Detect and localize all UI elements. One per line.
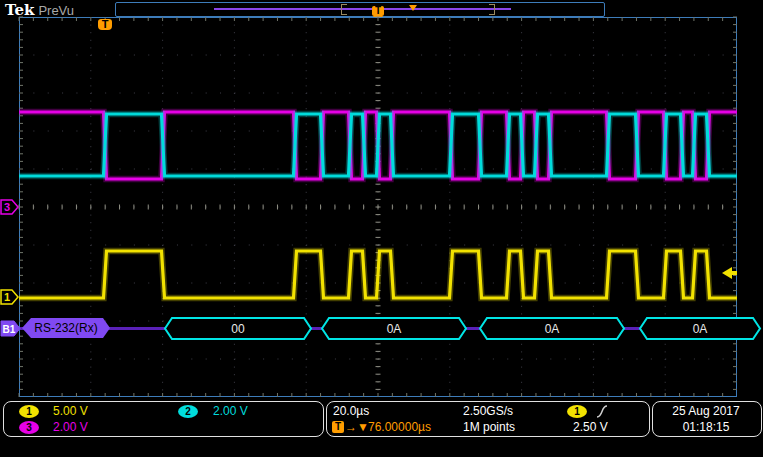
rising-edge-slope-icon: [595, 404, 609, 419]
bus-value: 00: [165, 321, 311, 337]
trigger-delay-readout: 76.00000µs: [368, 420, 431, 434]
trigger-arrows: →▼: [345, 420, 369, 434]
bus-value: 0A: [480, 321, 624, 337]
trigger-t-badge: T: [332, 421, 344, 433]
ch2-badge[interactable]: 2: [178, 405, 198, 418]
bus-value: 0A: [322, 321, 466, 337]
svg-text:3: 3: [4, 201, 10, 213]
channel3-marker[interactable]: 3: [0, 199, 20, 215]
record-length-readout: 1M points: [463, 420, 515, 434]
sample-rate-readout: 2.50GS/s: [463, 404, 513, 418]
waveform-ch2: [19, 114, 737, 176]
trigger-position-flag[interactable]: T: [98, 19, 112, 30]
waveform-layer: [0, 0, 763, 457]
trigger-level-arrow-icon[interactable]: [722, 267, 737, 279]
bus-b1-marker[interactable]: B1: [0, 320, 22, 337]
bus-name-badge[interactable]: RS-232(Rx): [22, 318, 110, 338]
horizontal-trigger-readout-box[interactable]: 20.0µs 2.50GS/s 1 T →▼ 76.00000µs 1M poi…: [326, 401, 650, 437]
channel1-marker[interactable]: 1: [0, 289, 20, 305]
svg-text:B1: B1: [3, 324, 16, 335]
trigger-source-badge[interactable]: 1: [567, 405, 587, 418]
bus-value: 0A: [640, 321, 760, 337]
vertical-readout-box[interactable]: 1 5.00 V 2 2.00 V 3 2.00 V: [3, 401, 324, 437]
time-readout: 01:18:15: [653, 420, 759, 434]
ch1-scale: 5.00 V: [53, 404, 88, 418]
ch3-badge[interactable]: 3: [19, 421, 39, 434]
date-readout: 25 Aug 2017: [653, 404, 759, 418]
ch1-badge[interactable]: 1: [19, 405, 39, 418]
trigger-level-readout: 2.50 V: [573, 420, 608, 434]
ch2-scale: 2.00 V: [213, 404, 248, 418]
oscilloscope-screen: TekPreVu T T 3 1 B1 RS-232(Rx) 00 0A 0A …: [0, 0, 763, 457]
timebase-readout: 20.0µs: [333, 404, 369, 418]
waveform-ch1: [19, 251, 737, 298]
svg-text:1: 1: [4, 291, 10, 303]
datetime-box[interactable]: 25 Aug 2017 01:18:15: [652, 401, 762, 437]
ch3-scale: 2.00 V: [53, 420, 88, 434]
